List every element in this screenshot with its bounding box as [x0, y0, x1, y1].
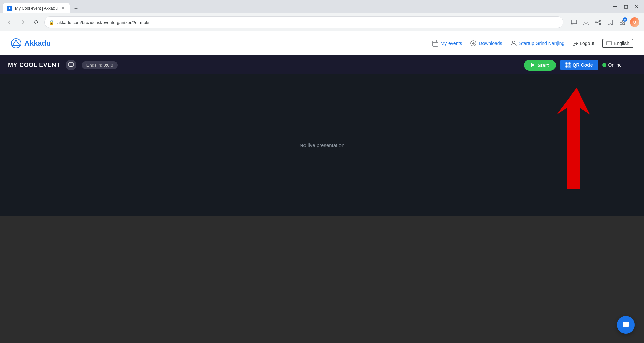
- svg-rect-14: [433, 41, 438, 46]
- svg-point-19: [512, 41, 515, 44]
- start-button[interactable]: Start: [524, 60, 556, 71]
- browser-chrome: A My Cool event | Akkadu ✕ +: [0, 0, 644, 31]
- logout-icon: [572, 40, 578, 46]
- new-tab-button[interactable]: +: [71, 4, 81, 13]
- svg-rect-8: [620, 23, 622, 25]
- online-label: Online: [608, 62, 622, 68]
- akkadu-logo-icon: [11, 38, 22, 49]
- svg-rect-6: [620, 20, 622, 22]
- language-icon: [606, 41, 612, 46]
- lock-icon: 🔒: [49, 20, 55, 25]
- extensions-button[interactable]: 9: [617, 17, 628, 28]
- account-label: Startup Grind Nanjing: [519, 41, 565, 46]
- window-minimize-button[interactable]: [610, 2, 620, 11]
- nav-back-button[interactable]: [4, 17, 15, 28]
- event-actions: Start QR Code Online: [524, 60, 636, 71]
- window-maximize-button[interactable]: [621, 2, 631, 11]
- window-close-button[interactable]: [632, 2, 641, 11]
- language-label: English: [614, 41, 629, 46]
- nav-forward-button[interactable]: [17, 17, 28, 28]
- share-button[interactable]: [593, 17, 604, 28]
- nav-reload-button[interactable]: [31, 17, 42, 28]
- svg-rect-1: [624, 5, 628, 8]
- account-icon: [510, 40, 517, 47]
- profile-button[interactable]: U: [629, 17, 640, 28]
- svg-rect-9: [623, 23, 625, 25]
- qr-label: QR Code: [573, 62, 593, 68]
- online-dot: [602, 63, 606, 67]
- extensions-badge: 9: [623, 17, 627, 22]
- tab-favicon: A: [7, 6, 12, 11]
- event-bar: MY COOL EVENT Ends in: 0:0:0 Start: [0, 55, 644, 74]
- menu-line-1: [627, 63, 635, 63]
- chat-bubble-button[interactable]: [617, 316, 635, 334]
- browser-toolbar-icons: 9 U: [569, 17, 640, 28]
- site-header: Akkadu My events Downloads Startup Grind…: [0, 31, 644, 55]
- logout-link[interactable]: Logout: [572, 40, 594, 46]
- svg-marker-36: [557, 88, 590, 189]
- online-status: Online: [602, 62, 622, 68]
- url-input[interactable]: 🔒 akkadu.com/broadcast/eventorganizer/?e…: [44, 16, 563, 28]
- browser-tab-active[interactable]: A My Cool event | Akkadu ✕: [3, 3, 70, 13]
- logo-area[interactable]: Akkadu: [11, 38, 51, 49]
- event-title: MY COOL EVENT: [8, 62, 60, 69]
- timer-label: Ends in: 0:0:0: [86, 63, 113, 68]
- timer-badge: Ends in: 0:0:0: [82, 61, 118, 69]
- hamburger-menu-button[interactable]: [626, 61, 636, 69]
- logout-label: Logout: [580, 41, 594, 46]
- main-content: No live presentation: [0, 74, 644, 216]
- no-presentation-text: No live presentation: [300, 142, 345, 148]
- chat-bubble-icon: [622, 321, 630, 329]
- svg-rect-30: [566, 66, 567, 67]
- account-link[interactable]: Startup Grind Nanjing: [510, 40, 565, 47]
- qr-code-button[interactable]: QR Code: [560, 60, 598, 70]
- start-label: Start: [537, 62, 549, 68]
- tab-close-button[interactable]: ✕: [60, 6, 66, 11]
- logo-text: Akkadu: [24, 39, 51, 48]
- svg-rect-4: [571, 20, 577, 24]
- download-nav-icon: [470, 40, 477, 47]
- menu-line-2: [627, 65, 635, 65]
- url-text: akkadu.com/broadcast/eventorganizer/?e=m…: [57, 20, 559, 25]
- red-arrow-annotation: [523, 84, 590, 193]
- download-button[interactable]: [581, 17, 592, 28]
- downloads-label: Downloads: [479, 41, 502, 46]
- chat-icon: [68, 62, 74, 68]
- my-events-link[interactable]: My events: [432, 40, 462, 47]
- svg-rect-24: [69, 63, 73, 66]
- calendar-icon: [432, 40, 439, 47]
- tab-title: My Cool event | Akkadu: [15, 6, 58, 11]
- site-nav: My events Downloads Startup Grind Nanjin…: [432, 39, 633, 48]
- menu-line-3: [627, 67, 635, 67]
- cast-button[interactable]: [569, 17, 579, 28]
- bookmark-button[interactable]: [605, 17, 616, 28]
- bottom-section: [0, 216, 644, 343]
- chat-icon-button[interactable]: [66, 60, 76, 70]
- language-button[interactable]: English: [602, 39, 633, 48]
- svg-rect-29: [569, 63, 570, 64]
- downloads-link[interactable]: Downloads: [470, 40, 502, 47]
- my-events-label: My events: [441, 41, 462, 46]
- tab-bar: A My Cool event | Akkadu ✕ +: [0, 0, 644, 13]
- svg-rect-0: [613, 6, 617, 7]
- address-bar: 🔒 akkadu.com/broadcast/eventorganizer/?e…: [0, 13, 644, 31]
- qr-icon: [565, 62, 571, 68]
- play-icon: [531, 63, 535, 67]
- svg-rect-28: [566, 63, 567, 64]
